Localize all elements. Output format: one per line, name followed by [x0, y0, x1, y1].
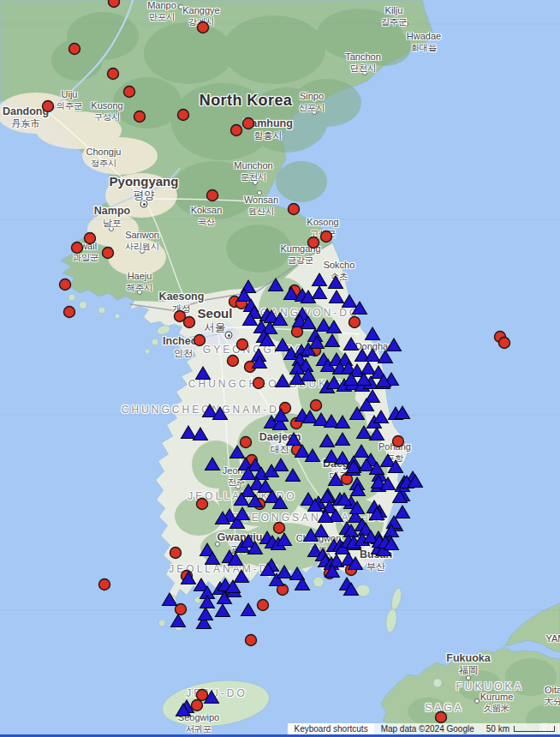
- blue-triangle-marker[interactable]: [370, 428, 384, 440]
- scale-control: 50 km: [481, 723, 560, 734]
- blue-triangle-marker[interactable]: [336, 416, 350, 428]
- blue-triangle-marker[interactable]: [336, 433, 350, 446]
- red-circle-marker[interactable]: [69, 44, 80, 55]
- scale-label: 50 km: [486, 724, 509, 734]
- blue-triangle-marker[interactable]: [199, 608, 213, 620]
- blue-triangle-marker[interactable]: [314, 524, 329, 537]
- keyboard-shortcuts-button[interactable]: Keyboard shortcuts: [288, 723, 373, 734]
- blue-triangle-marker[interactable]: [325, 450, 339, 463]
- red-circle-marker[interactable]: [253, 378, 265, 389]
- red-circle-marker[interactable]: [43, 101, 54, 112]
- red-circle-marker[interactable]: [274, 523, 285, 534]
- blue-triangle-marker[interactable]: [276, 339, 290, 351]
- blue-triangle-marker[interactable]: [378, 351, 393, 363]
- red-circle-marker[interactable]: [99, 579, 110, 590]
- red-circle-marker[interactable]: [499, 338, 510, 349]
- red-circle-marker[interactable]: [231, 125, 242, 136]
- blue-triangle-marker[interactable]: [313, 286, 327, 299]
- red-circle-marker[interactable]: [197, 690, 208, 701]
- red-circle-marker[interactable]: [178, 110, 189, 121]
- blue-triangle-marker[interactable]: [194, 428, 208, 440]
- red-circle-marker[interactable]: [258, 600, 269, 611]
- red-circle-marker[interactable]: [308, 237, 319, 249]
- blue-triangle-marker[interactable]: [361, 362, 376, 374]
- red-circle-marker[interactable]: [192, 700, 203, 711]
- blue-triangle-marker[interactable]: [329, 276, 343, 289]
- red-circle-marker[interactable]: [436, 712, 447, 723]
- red-circle-marker[interactable]: [170, 548, 182, 559]
- red-circle-marker[interactable]: [207, 190, 218, 201]
- red-circle-marker[interactable]: [289, 204, 300, 215]
- red-circle-marker[interactable]: [85, 233, 96, 244]
- blue-triangle-marker[interactable]: [206, 458, 220, 470]
- blue-triangle-marker[interactable]: [182, 426, 196, 439]
- blue-triangle-marker[interactable]: [216, 604, 230, 617]
- map-canvas[interactable]: North KoreaManpo만포시Kanggye강계시Kilju길주군Hwa…: [0, 0, 560, 737]
- blue-triangle-marker[interactable]: [325, 334, 340, 347]
- blue-triangle-marker[interactable]: [196, 367, 211, 380]
- red-circle-marker[interactable]: [311, 400, 322, 411]
- blue-triangle-marker[interactable]: [163, 593, 177, 606]
- red-circle-marker[interactable]: [197, 499, 208, 510]
- blue-triangle-marker[interactable]: [171, 614, 186, 627]
- blue-triangle-marker[interactable]: [396, 506, 410, 518]
- red-circle-marker[interactable]: [194, 335, 206, 346]
- red-circle-marker[interactable]: [184, 317, 195, 328]
- map-data-attribution[interactable]: Map data ©2024 Google: [374, 723, 481, 734]
- red-circle-marker[interactable]: [228, 356, 239, 367]
- blue-triangle-marker[interactable]: [241, 603, 256, 616]
- red-circle-marker[interactable]: [134, 111, 146, 123]
- map-markers-layer: [0, 0, 560, 737]
- red-circle-marker[interactable]: [109, 0, 120, 8]
- blue-triangle-marker[interactable]: [320, 434, 335, 447]
- red-circle-marker[interactable]: [64, 307, 75, 318]
- blue-triangle-marker[interactable]: [374, 410, 389, 423]
- blue-triangle-marker[interactable]: [330, 291, 344, 303]
- scale-bar: [514, 726, 555, 732]
- blue-triangle-marker[interactable]: [274, 458, 289, 471]
- red-circle-marker[interactable]: [124, 87, 135, 98]
- blue-triangle-marker[interactable]: [276, 374, 290, 387]
- blue-triangle-marker[interactable]: [387, 339, 402, 351]
- blue-triangle-marker[interactable]: [354, 445, 369, 458]
- blue-triangle-marker[interactable]: [366, 349, 380, 362]
- red-circle-marker[interactable]: [198, 22, 209, 33]
- blue-triangle-marker[interactable]: [269, 279, 283, 291]
- red-circle-marker[interactable]: [321, 231, 332, 243]
- red-circle-marker[interactable]: [393, 436, 404, 447]
- blue-triangle-marker[interactable]: [336, 452, 350, 464]
- blue-triangle-marker[interactable]: [235, 570, 249, 583]
- blue-triangle-marker[interactable]: [287, 433, 301, 446]
- red-circle-marker[interactable]: [60, 279, 71, 291]
- blue-triangle-marker[interactable]: [343, 295, 357, 308]
- red-circle-marker[interactable]: [108, 69, 119, 80]
- red-circle-marker[interactable]: [241, 437, 252, 448]
- red-circle-marker[interactable]: [246, 635, 257, 646]
- red-circle-marker[interactable]: [243, 118, 254, 129]
- red-circle-marker[interactable]: [349, 317, 360, 328]
- blue-triangle-marker[interactable]: [313, 273, 327, 286]
- blue-triangle-marker[interactable]: [366, 327, 380, 340]
- red-circle-marker[interactable]: [237, 339, 248, 351]
- map-attribution-bar: Keyboard shortcuts Map data ©2024 Google…: [288, 723, 560, 734]
- red-circle-marker[interactable]: [103, 248, 114, 259]
- blue-triangle-marker[interactable]: [277, 566, 292, 578]
- blue-triangle-marker[interactable]: [344, 338, 359, 351]
- blue-triangle-marker[interactable]: [235, 507, 250, 520]
- red-circle-marker[interactable]: [72, 243, 83, 254]
- blue-triangle-marker[interactable]: [230, 446, 245, 458]
